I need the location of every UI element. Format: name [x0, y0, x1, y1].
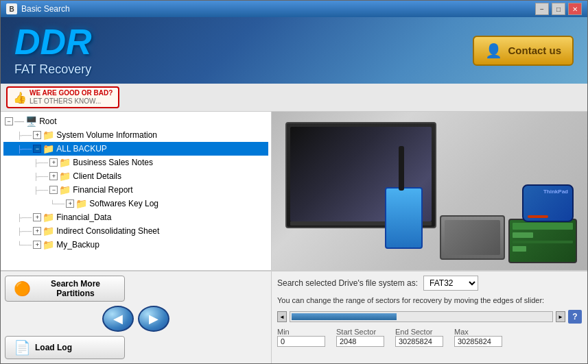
- titlebar-controls: − □ ✕: [535, 3, 582, 15]
- folder-icon-indirect: 📁: [43, 226, 54, 236]
- search-more-partitions-button[interactable]: 🟠 Search More Partitions: [5, 276, 125, 302]
- rating-text: WE ARE GOOD OR BAD? LET OTHERS KNOW...: [30, 89, 113, 106]
- folder-icon-allbackup: 📁: [43, 143, 54, 154]
- titlebar: B Basic Search − □ ✕: [1, 1, 587, 17]
- folder-icon-business: 📁: [59, 157, 71, 168]
- expand-client[interactable]: +: [49, 172, 58, 180]
- expand-sysinfo[interactable]: +: [33, 131, 41, 139]
- min-label: Min: [277, 328, 290, 336]
- tree-label-findata: Financial_Data: [56, 213, 111, 222]
- tree-label-financial: Financial Report: [73, 185, 132, 195]
- folder-icon-financial: 📁: [59, 184, 71, 195]
- load-log-label: Load Log: [35, 343, 72, 352]
- tree-label-root: Root: [39, 117, 56, 126]
- tree-label-business: Business Sales Notes: [73, 158, 153, 167]
- logo-container: DDR FAT Recovery: [14, 24, 92, 77]
- max-col: Max 30285824: [454, 328, 502, 347]
- tree-label-allbackup: ALL BACKUP: [56, 144, 107, 154]
- start-sector-value[interactable]: 2048: [336, 336, 384, 347]
- navigation-section: ◀ ▶: [5, 306, 267, 332]
- min-value: 0: [277, 336, 325, 347]
- file-tree[interactable]: − ── 🖥️ Root ├── + 📁 System Volume Infor…: [1, 112, 271, 270]
- tree-item-softwares[interactable]: └── + 📁 Softwares Key Log: [3, 197, 268, 210]
- search-partition-icon: 🟠: [14, 280, 31, 297]
- sector-values-row: Min 0 Start Sector 2048 End Sector 30285…: [277, 328, 582, 347]
- folder-icon-root: 🖥️: [25, 116, 37, 127]
- min-col: Min 0: [277, 328, 325, 347]
- tree-item-financial[interactable]: ├── − 📁 Financial Report: [3, 183, 268, 197]
- max-value: 30285824: [454, 336, 502, 347]
- expand-mybackup[interactable]: +: [33, 241, 41, 249]
- preview-panel: ThinkPad: [272, 112, 587, 270]
- rating-line2: LET OTHERS KNOW...: [30, 97, 113, 106]
- end-sector-label: End Sector: [395, 328, 432, 336]
- folder-icon-client: 📁: [59, 171, 71, 182]
- slider-track[interactable]: [290, 311, 553, 322]
- end-sector-col: End Sector 30285824: [395, 328, 443, 347]
- prev-icon: ◀: [113, 311, 123, 326]
- bottom-right: Search selected Drive's file system as: …: [272, 271, 587, 363]
- expand-indirect[interactable]: +: [33, 227, 41, 235]
- slider-left-button[interactable]: ◄: [277, 311, 287, 322]
- tree-item-root[interactable]: − ── 🖥️ Root: [3, 114, 268, 128]
- max-label: Max: [454, 328, 469, 336]
- sector-info-text: You can change the range of sectors for …: [277, 296, 582, 304]
- app-icon: B: [6, 3, 17, 14]
- tree-item-client[interactable]: ├── + 📁 Client Details: [3, 169, 268, 183]
- search-btn-label: Search More Partitions: [35, 279, 116, 298]
- file-tree-panel: − ── 🖥️ Root ├── + 📁 System Volume Infor…: [1, 112, 272, 270]
- expand-financial[interactable]: −: [49, 186, 58, 194]
- next-button[interactable]: ▶: [138, 306, 169, 332]
- fs-label: Search selected Drive's file system as:: [277, 278, 418, 288]
- bottom-area: 🟠 Search More Partitions ◀ ▶ 📄 Load Log …: [1, 270, 587, 363]
- expand-softwares[interactable]: +: [66, 199, 74, 208]
- tree-item-sysinfo[interactable]: ├── + 📁 System Volume Information: [3, 128, 268, 142]
- next-icon: ▶: [149, 311, 158, 326]
- app-window: B Basic Search − □ ✕ DDR FAT Recovery 👤 …: [0, 0, 588, 364]
- slider-row: ◄ ► ?: [277, 310, 582, 324]
- folder-icon-softwares: 📁: [75, 198, 87, 209]
- contact-icon: 👤: [485, 43, 502, 59]
- close-button[interactable]: ✕: [568, 3, 582, 15]
- end-sector-value[interactable]: 30285824: [395, 336, 443, 347]
- maximize-button[interactable]: □: [552, 3, 565, 15]
- slider-right-button[interactable]: ►: [556, 311, 565, 322]
- load-log-icon: 📄: [14, 339, 31, 356]
- tree-label-sysinfo: System Volume Information: [56, 130, 157, 140]
- minimize-button[interactable]: −: [535, 3, 549, 15]
- folder-icon-sysinfo: 📁: [43, 130, 54, 141]
- tree-label-softwares: Softwares Key Log: [89, 199, 158, 208]
- tree-label-client: Client Details: [73, 171, 121, 181]
- prev-button[interactable]: ◀: [102, 306, 134, 332]
- folder-icon-mybackup: 📁: [43, 239, 54, 250]
- rating-badge[interactable]: 👍 WE ARE GOOD OR BAD? LET OTHERS KNOW...: [6, 86, 119, 108]
- rating-bar[interactable]: 👍 WE ARE GOOD OR BAD? LET OTHERS KNOW...: [1, 84, 587, 112]
- logo-subtitle: FAT Recovery: [14, 62, 92, 77]
- rating-line1: WE ARE GOOD OR BAD?: [30, 89, 113, 97]
- tree-item-findata[interactable]: ├── + 📁 Financial_Data: [3, 210, 268, 224]
- folder-icon-findata: 📁: [43, 212, 54, 223]
- tree-item-allbackup[interactable]: ├── − 📁 ALL BACKUP: [3, 142, 268, 156]
- expand-findata[interactable]: +: [33, 213, 41, 221]
- rating-icon: 👍: [13, 91, 27, 104]
- load-log-button[interactable]: 📄 Load Log: [5, 336, 125, 359]
- expand-root[interactable]: −: [5, 117, 13, 125]
- content-area: − ── 🖥️ Root ├── + 📁 System Volume Infor…: [1, 112, 587, 270]
- tree-item-business[interactable]: ├── + 📁 Business Sales Notes: [3, 156, 268, 169]
- header: DDR FAT Recovery 👤 Contact us: [1, 17, 587, 84]
- contact-button[interactable]: 👤 Contact us: [473, 36, 574, 66]
- expand-business[interactable]: +: [49, 158, 58, 167]
- fs-dropdown[interactable]: FAT32 FAT12 FAT16 NTFS exFAT: [423, 276, 478, 291]
- help-button[interactable]: ?: [568, 310, 582, 324]
- start-sector-col: Start Sector 2048: [336, 328, 384, 347]
- tree-item-mybackup[interactable]: └── + 📁 My_Backup: [3, 238, 268, 252]
- contact-label: Contact us: [508, 45, 561, 56]
- tree-label-mybackup: My_Backup: [56, 240, 99, 250]
- tree-item-indirect[interactable]: ├── + 📁 Indirect Consolidating Sheet: [3, 224, 268, 238]
- bottom-left: 🟠 Search More Partitions ◀ ▶ 📄 Load Log: [1, 271, 272, 363]
- start-sector-label: Start Sector: [336, 328, 376, 336]
- logo-ddr: DDR: [14, 24, 92, 60]
- tree-label-indirect: Indirect Consolidating Sheet: [56, 226, 159, 236]
- expand-allbackup[interactable]: −: [33, 145, 41, 153]
- titlebar-title: Basic Search: [21, 4, 535, 14]
